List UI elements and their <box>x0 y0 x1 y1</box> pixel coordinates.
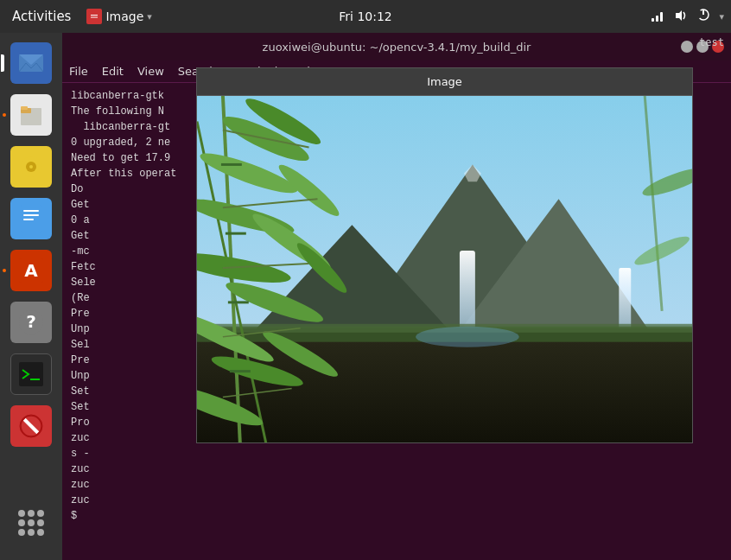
svg-rect-5 <box>660 12 663 22</box>
store-active-dot <box>3 269 6 272</box>
files-icon <box>10 94 52 136</box>
rhythmbox-icon <box>10 146 52 188</box>
files-active-dot <box>3 113 6 117</box>
image-title: Image <box>427 75 462 88</box>
svg-rect-1 <box>91 15 98 16</box>
svg-rect-25 <box>19 362 43 386</box>
help-icon: ? <box>10 302 52 343</box>
menu-view[interactable]: View <box>137 65 164 78</box>
terminal-icon <box>10 353 52 395</box>
svg-marker-6 <box>676 10 682 21</box>
svg-text:A: A <box>24 260 38 281</box>
top-bar-datetime: Fri 10:12 <box>339 10 391 23</box>
image-titlebar: Image <box>197 68 692 96</box>
svg-rect-2 <box>91 17 98 18</box>
sidebar-item-rhythmbox[interactable] <box>8 143 54 190</box>
minimize-button[interactable] <box>681 41 693 53</box>
network-icon[interactable] <box>650 9 665 25</box>
svg-point-43 <box>416 327 519 347</box>
app-menu-label: Image <box>105 10 143 23</box>
terminal-title: zuoxiwei@ubuntu: ~/opencv-3.4.1/my_build… <box>263 41 531 54</box>
activities-button[interactable]: Activities <box>7 7 76 26</box>
content-area: zuoxiwei@ubuntu: ~/opencv-3.4.1/my_build… <box>62 33 731 560</box>
topbar-arrow[interactable]: ▾ <box>719 11 724 22</box>
sidebar: A ? <box>0 33 62 560</box>
svg-text:?: ? <box>26 311 36 332</box>
svg-rect-18 <box>23 210 39 212</box>
app-menu[interactable]: Image ▾ <box>86 9 151 24</box>
sidebar-item-files[interactable] <box>8 92 54 138</box>
sidebar-item-libreoffice[interactable] <box>8 195 54 242</box>
terminal-titlebar: zuoxiwei@ubuntu: ~/opencv-3.4.1/my_build… <box>62 33 731 60</box>
sidebar-item-store[interactable]: A <box>8 247 54 294</box>
libreoffice-icon <box>10 198 52 239</box>
menu-edit[interactable]: Edit <box>102 65 124 78</box>
main-layout: A ? <box>0 33 731 560</box>
power-icon[interactable] <box>696 8 710 25</box>
image-window[interactable]: Image <box>196 67 693 443</box>
svg-rect-20 <box>23 219 34 220</box>
volume-icon[interactable] <box>674 9 688 25</box>
svg-rect-4 <box>656 16 658 22</box>
app-menu-arrow: ▾ <box>147 11 152 22</box>
sidebar-item-help[interactable]: ? <box>8 299 54 346</box>
show-apps-button[interactable] <box>8 500 54 546</box>
svg-rect-3 <box>652 18 654 22</box>
terminal-tab: test <box>699 36 724 48</box>
top-bar: Activities Image ▾ Fri 10:12 <box>0 0 731 33</box>
app-menu-icon <box>86 9 102 24</box>
top-bar-left: Activities Image ▾ <box>7 7 152 26</box>
app-grid-icon <box>18 510 44 536</box>
store-icon: A <box>10 250 52 291</box>
sidebar-item-email[interactable] <box>8 40 54 86</box>
svg-rect-19 <box>23 214 39 216</box>
top-bar-right: ▾ <box>650 8 724 25</box>
sidebar-item-blocked[interactable] <box>8 403 54 449</box>
svg-point-16 <box>29 165 33 169</box>
email-icon <box>10 42 52 84</box>
sidebar-item-terminal[interactable] <box>8 351 54 398</box>
blocked-icon <box>10 405 52 447</box>
image-content <box>197 96 692 442</box>
svg-rect-13 <box>21 106 28 110</box>
svg-rect-0 <box>89 11 99 22</box>
menu-file[interactable]: File <box>69 65 88 78</box>
